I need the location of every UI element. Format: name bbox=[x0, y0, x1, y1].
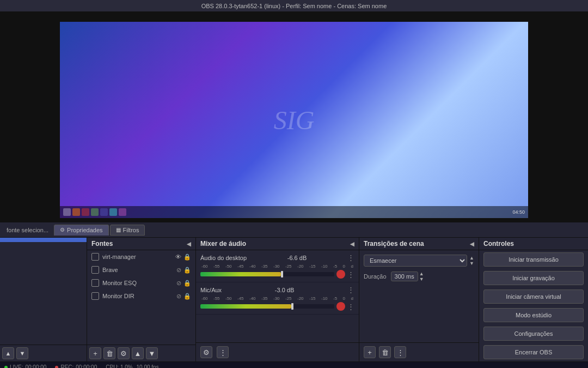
mixer-config-button[interactable]: ⚙ bbox=[200, 346, 212, 358]
mixer-desktop-mute-button[interactable] bbox=[336, 270, 345, 279]
source-actions-monitor-dir: ⊘ 🔒 bbox=[176, 293, 191, 300]
source-item-brave[interactable]: Brave ⊘ 🔒 bbox=[87, 263, 195, 276]
start-vcam-button[interactable]: Iniciar câmera virtual bbox=[483, 289, 584, 304]
taskbar-icon-4 bbox=[91, 208, 99, 216]
source-lock-button-monitor-esq[interactable]: 🔒 bbox=[183, 280, 191, 287]
studio-mode-button[interactable]: Modo estúdio bbox=[483, 308, 584, 322]
status-live: LIVE: 00:00:00 bbox=[4, 364, 46, 368]
fps-value: 10.00 fps bbox=[137, 364, 159, 368]
mixer-mic-track[interactable] bbox=[200, 304, 334, 309]
source-lock-button-brave[interactable]: 🔒 bbox=[183, 267, 191, 274]
rec-label: REC: bbox=[60, 364, 74, 368]
mixer-desktop-thumb[interactable] bbox=[281, 271, 283, 277]
scene-move-up-button[interactable]: ▲ bbox=[2, 347, 14, 359]
rec-time: 00:00:00 bbox=[76, 364, 97, 368]
titlebar: OBS 28.0.3-tytan652-1 (linux) - Perfil: … bbox=[0, 0, 588, 12]
start-stream-button[interactable]: Iniciar transmissão bbox=[483, 252, 584, 267]
scene-move-down-button[interactable]: ▼ bbox=[16, 347, 28, 359]
mixer-desktop-header: Áudio do desktop -6.6 dB ⋮ bbox=[200, 254, 354, 262]
source-item-monitor-esq[interactable]: Monitor ESQ ⊘ 🔒 bbox=[87, 276, 195, 289]
mixer-channel-mic: Mic/Aux -3.0 dB ⋮ -60-55-50-45-40-35-30-… bbox=[196, 282, 359, 315]
preview-taskbar: 04:50 bbox=[60, 206, 528, 218]
transitions-more-button[interactable]: ⋮ bbox=[394, 346, 406, 358]
mixer-more-button[interactable]: ⋮ bbox=[217, 346, 229, 358]
fontes-add-button[interactable]: + bbox=[89, 347, 101, 359]
mixer-mic-menu-button[interactable]: ⋮ bbox=[347, 286, 354, 294]
mixer-title: Mixer de áudio bbox=[200, 240, 246, 248]
source-actions-brave: ⊘ 🔒 bbox=[176, 267, 191, 274]
mixer-desktop-track[interactable] bbox=[200, 272, 334, 276]
source-visible-button-brave[interactable]: ⊘ bbox=[176, 267, 181, 274]
transitions-footer: + 🗑 ⋮ bbox=[359, 342, 479, 361]
source-actions-virt-manager: 👁 🔒 bbox=[175, 254, 191, 261]
mixer-mic-mute-button[interactable] bbox=[336, 302, 345, 311]
settings-button[interactable]: Configurações bbox=[483, 327, 584, 341]
mixer-desktop-options-button[interactable]: ⋮ bbox=[347, 270, 354, 279]
mixer-mic-thumb[interactable] bbox=[291, 303, 293, 310]
mixer-desktop-name: Áudio do desktop bbox=[200, 255, 247, 261]
duration-arrow-down[interactable]: ▼ bbox=[419, 276, 424, 282]
source-lock-button-virt-manager[interactable]: 🔒 bbox=[183, 254, 191, 261]
source-visible-button-monitor-dir[interactable]: ⊘ bbox=[176, 293, 181, 300]
fontes-move-down-button[interactable]: ▼ bbox=[146, 347, 158, 359]
filter-icon: ▦ bbox=[116, 227, 121, 233]
preview-clock: 04:50 bbox=[512, 209, 525, 215]
exit-obs-button[interactable]: Encerrar OBS bbox=[483, 345, 584, 359]
source-visible-button-monitor-esq[interactable]: ⊘ bbox=[176, 280, 181, 287]
tab-filtros[interactable]: ▦ Filtros bbox=[110, 225, 145, 236]
source-name-monitor-dir: Monitor DIR bbox=[102, 293, 134, 299]
source-visible-button-virt-manager[interactable]: 👁 bbox=[175, 254, 181, 261]
transitions-add-button[interactable]: + bbox=[364, 346, 376, 358]
fontes-move-up-button[interactable]: ▲ bbox=[132, 347, 144, 359]
mixer-mic-name: Mic/Aux bbox=[200, 287, 222, 293]
mixer-mic-options-button[interactable]: ⋮ bbox=[347, 303, 354, 311]
live-indicator bbox=[4, 366, 8, 369]
transition-arrow-down[interactable]: ▼ bbox=[469, 261, 474, 266]
source-icon-brave bbox=[91, 266, 99, 274]
transition-arrow-up[interactable]: ▲ bbox=[469, 255, 474, 261]
tab-propriedades-label: Propriedades bbox=[67, 227, 102, 233]
duration-arrow-up[interactable]: ▲ bbox=[419, 271, 424, 276]
scene-panel: ▲ ▼ bbox=[0, 238, 87, 361]
fontes-delete-button[interactable]: 🗑 bbox=[103, 347, 115, 359]
live-label: LIVE: bbox=[10, 364, 23, 368]
gear-icon: ⚙ bbox=[60, 227, 65, 233]
taskbar-icon-3 bbox=[82, 208, 89, 216]
mixer-header: Mixer de áudio ◀ bbox=[196, 238, 359, 250]
controls-title: Controles bbox=[483, 240, 514, 248]
transitions-collapse-button[interactable]: ◀ bbox=[470, 241, 474, 247]
fontes-settings-button[interactable]: ⚙ bbox=[118, 347, 130, 359]
start-record-button[interactable]: Iniciar gravação bbox=[483, 271, 584, 285]
taskbar-icon-6 bbox=[109, 208, 117, 216]
tab-propriedades[interactable]: ⚙ Propriedades bbox=[54, 225, 108, 236]
source-icon-virt-manager bbox=[91, 253, 99, 261]
source-actions-monitor-esq: ⊘ 🔒 bbox=[176, 280, 191, 287]
transitions-delete-button[interactable]: 🗑 bbox=[379, 346, 391, 358]
rec-indicator bbox=[55, 366, 58, 369]
fontes-footer: + 🗑 ⚙ ▲ ▼ bbox=[87, 345, 195, 361]
taskbar-icon-1 bbox=[63, 208, 71, 216]
statusbar: LIVE: 00:00:00 REC: 00:00:00 CPU: 1.0%, … bbox=[0, 361, 588, 368]
mixer-mic-fill bbox=[200, 304, 291, 309]
scenes-label: fonte selecion... bbox=[2, 227, 53, 233]
fontes-panel: Fontes ◀ virt-manager 👁 🔒 Brave ⊘ 🔒 Moni… bbox=[87, 238, 196, 361]
mixer-desktop-menu-button[interactable]: ⋮ bbox=[347, 254, 354, 262]
mixer-footer: ⚙ ⋮ bbox=[196, 342, 359, 361]
scene-item-default[interactable] bbox=[0, 238, 87, 242]
source-item-virt-manager[interactable]: virt-manager 👁 🔒 bbox=[87, 250, 195, 263]
transitions-select-wrapper: Esmaecer ▲ ▼ bbox=[364, 255, 474, 267]
mixer-mic-db: -3.0 dB bbox=[275, 287, 294, 293]
transitions-content: Esmaecer ▲ ▼ Duração 300 ms ▲ ▼ bbox=[359, 250, 479, 286]
mixer-collapse-button[interactable]: ◀ bbox=[350, 241, 354, 247]
panels-row: ▲ ▼ Fontes ◀ virt-manager 👁 🔒 Brave ⊘ 🔒 bbox=[0, 238, 588, 361]
source-name-monitor-esq: Monitor ESQ bbox=[102, 280, 137, 286]
fontes-collapse-button[interactable]: ◀ bbox=[187, 241, 191, 247]
tab-filtros-label: Filtros bbox=[123, 227, 139, 233]
taskbar-icons bbox=[63, 208, 126, 216]
source-item-monitor-dir[interactable]: Monitor DIR ⊘ 🔒 bbox=[87, 289, 195, 303]
transitions-select[interactable]: Esmaecer bbox=[364, 255, 467, 267]
source-lock-button-monitor-dir[interactable]: 🔒 bbox=[183, 293, 191, 300]
status-rec: REC: 00:00:00 bbox=[55, 364, 97, 368]
taskbar-icon-7 bbox=[119, 208, 126, 216]
mixer-desktop-bar: ⋮ bbox=[200, 270, 354, 279]
